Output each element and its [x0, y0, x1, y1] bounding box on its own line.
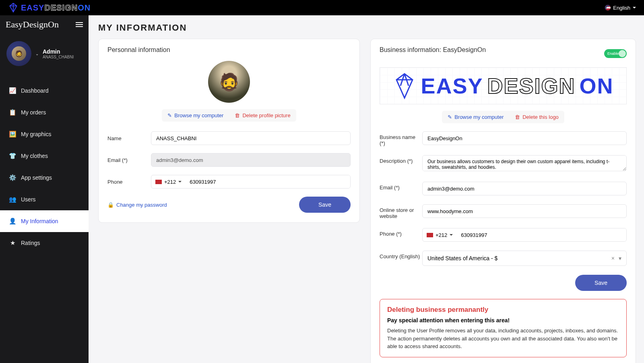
pencil-icon: ✎: [167, 112, 172, 118]
browse-logo-button[interactable]: ✎Browse my computer: [442, 111, 509, 123]
sidebar-item-orders[interactable]: 📋My orders: [0, 102, 89, 123]
sidebar-item-label: My orders: [21, 109, 46, 116]
sidebar-item-graphics[interactable]: 🖼️My graphics: [0, 123, 89, 145]
browse-picture-button[interactable]: ✎Browse my computer: [162, 109, 229, 122]
profile-username: ANASS_CHABNI: [43, 55, 74, 59]
change-password-link[interactable]: 🔒Change my password: [107, 202, 167, 208]
biz-cc-label: +212: [436, 232, 447, 238]
sidebar-item-label: Users: [21, 196, 36, 203]
sidebar-item-label: My graphics: [21, 131, 51, 137]
gem-icon: [392, 72, 417, 100]
browse-label: Browse my computer: [174, 112, 223, 118]
profile-chevron-icon[interactable]: ⌄: [35, 52, 39, 56]
biz-country-code-selector[interactable]: +212: [423, 232, 457, 238]
chevron-down-icon: [178, 181, 182, 183]
trash-icon: 🗑: [515, 114, 520, 120]
profile-name: Admin: [43, 48, 74, 55]
email-input: [151, 153, 351, 167]
gem-icon: [8, 2, 19, 13]
sidebar-item-dashboard[interactable]: 📈Dashboard: [0, 80, 89, 102]
sidebar-item-label: Ratings: [21, 240, 40, 246]
brand-easy: EASY: [21, 3, 44, 12]
profile-picture: 🧔: [208, 61, 250, 103]
user-icon: 👤: [9, 218, 16, 225]
brand-on: ON: [78, 3, 91, 12]
bizphone-label: Phone (*): [380, 228, 422, 242]
sidebar-item-label: Dashboard: [21, 87, 49, 94]
pencil-icon: ✎: [448, 114, 452, 120]
phone-input[interactable]: [186, 175, 350, 188]
sidebar-item-settings[interactable]: ⚙️App settings: [0, 167, 89, 189]
clipboard-icon: 📋: [9, 109, 16, 116]
chevron-down-icon[interactable]: ▾: [619, 255, 621, 261]
sidebar-item-ratings[interactable]: ★Ratings: [0, 232, 89, 254]
chart-line-icon: 📈: [9, 87, 16, 94]
users-icon: 👥: [9, 196, 16, 203]
sidebar-item-my-information[interactable]: 👤My Information: [0, 210, 89, 232]
danger-body: Deleting the User Profile removes all yo…: [387, 327, 619, 351]
sidebar-item-users[interactable]: 👥Users: [0, 189, 89, 210]
star-icon: ★: [9, 239, 16, 247]
sidebar-brand: EasyDesignOn: [6, 19, 59, 30]
bizname-label: Business name (*): [380, 131, 422, 146]
clear-icon[interactable]: ×: [611, 255, 615, 261]
email-label: Email (*): [107, 157, 151, 163]
bizname-input[interactable]: [422, 131, 627, 145]
browse-logo-label: Browse my computer: [454, 114, 504, 120]
danger-title: Deleting business permanantly: [387, 306, 619, 314]
save-button[interactable]: Save: [299, 197, 351, 213]
site-input[interactable]: [422, 204, 627, 218]
desc-input[interactable]: Our business allows customers to design …: [422, 155, 627, 171]
site-label: Online store or website: [380, 204, 422, 219]
change-password-label: Change my password: [116, 202, 167, 208]
biz-save-button[interactable]: Save: [575, 275, 627, 291]
danger-zone: Deleting business permanantly Pay specia…: [380, 299, 627, 357]
logo-easy: EASY: [421, 73, 483, 98]
chevron-down-icon: [450, 234, 453, 236]
main-content: MY INFORMATION Personnal information 🧔 ✎…: [89, 15, 644, 363]
brand-logo: EASYDESIGNON: [8, 2, 91, 13]
cc-label: +212: [164, 179, 176, 185]
morocco-flag-icon: [155, 180, 162, 184]
menu-toggle-icon[interactable]: [76, 22, 83, 27]
country-value: United States of America - $: [427, 255, 497, 261]
name-label: Name: [107, 135, 151, 141]
morocco-flag-icon: [427, 233, 433, 237]
sidebar-item-label: My clothes: [21, 153, 48, 159]
bizemail-label: Email (*): [380, 182, 422, 195]
business-logo: EASYDESIGNON: [380, 67, 627, 104]
chevron-down-icon: [633, 7, 636, 8]
delete-label: Delete profile picture: [242, 112, 290, 118]
delete-picture-button[interactable]: 🗑Delete profile picture: [229, 109, 296, 122]
personal-card: Personnal information 🧔 ✎Browse my compu…: [98, 39, 360, 223]
topbar: EASYDESIGNON English: [0, 0, 644, 15]
phone-label: Phone: [107, 179, 151, 185]
bizphone-input[interactable]: [457, 228, 626, 241]
sidebar-item-label: App settings: [21, 174, 52, 181]
toggle-label: Enabled: [607, 52, 621, 56]
sidebar-item-label: My Information: [21, 218, 58, 224]
country-select[interactable]: United States of America - $×▾: [422, 251, 627, 266]
sidebar-item-clothes[interactable]: 👕My clothes: [0, 145, 89, 167]
bizemail-input[interactable]: [422, 182, 627, 195]
sidebar: EasyDesignOn 🧔 ⌄ Admin ANASS_CHABNI 📈Das…: [0, 15, 89, 363]
business-header: Business information: EasyDesignOn: [380, 46, 486, 54]
desc-label: Description (*): [380, 155, 422, 173]
danger-sub: Pay special attention when entering this…: [387, 317, 619, 324]
delete-logo-label: Delete this logo: [522, 114, 559, 120]
country-label: Country (English): [380, 251, 422, 266]
brand-design: DESIGN: [44, 3, 78, 12]
enabled-toggle[interactable]: Enabled: [604, 49, 627, 58]
name-input[interactable]: [151, 131, 351, 145]
logo-design: DESIGN: [487, 73, 576, 98]
business-card: Business information: EasyDesignOn Enabl…: [370, 39, 636, 363]
shirt-icon: 👕: [9, 152, 16, 160]
image-icon: 🖼️: [9, 131, 16, 138]
delete-logo-button[interactable]: 🗑Delete this logo: [509, 111, 564, 123]
page-title: MY INFORMATION: [98, 23, 634, 33]
profile-block: 🧔 ⌄ Admin ANASS_CHABNI: [0, 34, 89, 76]
language-selector[interactable]: English: [605, 5, 636, 11]
personal-header: Personnal information: [107, 46, 351, 54]
country-code-selector[interactable]: +212: [151, 179, 186, 185]
gear-icon: ⚙️: [9, 174, 16, 181]
